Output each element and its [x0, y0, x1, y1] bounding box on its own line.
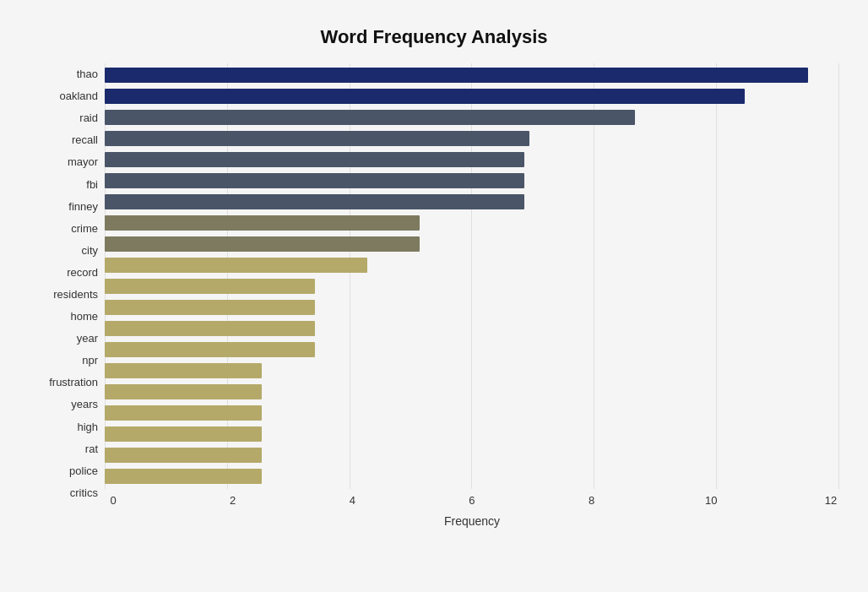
bar-row [105, 65, 839, 86]
bar [105, 279, 315, 294]
bar [105, 342, 315, 357]
bar-row [105, 107, 839, 128]
chart-title: Word Frequency Analysis [29, 26, 839, 48]
bar [105, 215, 420, 231]
bar [105, 194, 524, 209]
bar-row [105, 361, 839, 382]
bar-row [105, 234, 839, 255]
y-label: oakland [59, 90, 98, 101]
bar-row [105, 403, 839, 424]
y-label: police [69, 465, 98, 476]
bar [105, 152, 524, 167]
bar [105, 321, 315, 336]
bar-row [105, 318, 839, 339]
bar-row [105, 171, 839, 192]
bar-row [105, 339, 839, 361]
bar-row [105, 382, 839, 403]
bar-row [105, 445, 839, 466]
bar [105, 236, 420, 252]
y-label: years [71, 399, 98, 410]
x-tick: 12 [822, 494, 839, 513]
bar [105, 258, 367, 273]
bar-row [105, 149, 839, 171]
bar-row [105, 276, 839, 297]
bar [105, 110, 635, 125]
bar-row [105, 297, 839, 318]
y-label: recall [72, 134, 98, 145]
x-axis-label: Frequency [105, 514, 839, 528]
x-tick: 10 [703, 494, 719, 513]
bar-row [105, 255, 839, 276]
y-label: year [77, 333, 98, 344]
bars-inner [105, 63, 839, 489]
chart-area: thaooaklandraidrecallmayorfbifinneycrime… [29, 63, 839, 528]
bar [105, 405, 262, 421]
bar [105, 131, 529, 146]
y-label: high [77, 421, 98, 432]
x-tick: 6 [464, 494, 480, 513]
y-label: record [67, 267, 98, 278]
y-label: fbi [86, 179, 98, 190]
y-label: critics [70, 487, 98, 498]
y-axis-labels: thaooaklandraidrecallmayorfbifinneycrime… [29, 63, 105, 528]
bar [105, 448, 262, 463]
bar-row [105, 213, 839, 234]
y-label: frustration [49, 377, 98, 388]
y-label: thao [77, 68, 98, 79]
bar-row [105, 192, 839, 213]
bar-row [105, 466, 839, 487]
bar-row [105, 128, 839, 149]
y-label: finney [68, 201, 98, 212]
bar [105, 469, 262, 484]
bar [105, 68, 808, 83]
x-axis: 024681012 [105, 489, 839, 513]
x-tick: 8 [583, 494, 600, 513]
y-label: rat [85, 443, 98, 454]
bar-row [105, 86, 839, 107]
y-label: raid [79, 112, 98, 123]
y-label: crime [71, 223, 98, 234]
x-tick: 4 [344, 494, 361, 513]
chart-container: Word Frequency Analysis thaooaklandraidr… [12, 9, 856, 584]
bar [105, 89, 745, 104]
bar [105, 300, 315, 315]
x-tick: 2 [225, 494, 241, 513]
y-label: city [82, 245, 99, 256]
bar-row [105, 424, 839, 445]
y-label: residents [53, 289, 98, 300]
bars-wrapper [105, 63, 839, 489]
y-label: mayor [68, 156, 98, 167]
y-label: npr [82, 355, 98, 366]
x-tick: 0 [105, 494, 122, 513]
y-label: home [70, 311, 98, 322]
bar [105, 363, 262, 378]
bars-and-x-container: 024681012 Frequency [105, 63, 839, 528]
bar [105, 426, 262, 442]
bar [105, 173, 524, 188]
bar [105, 384, 262, 399]
